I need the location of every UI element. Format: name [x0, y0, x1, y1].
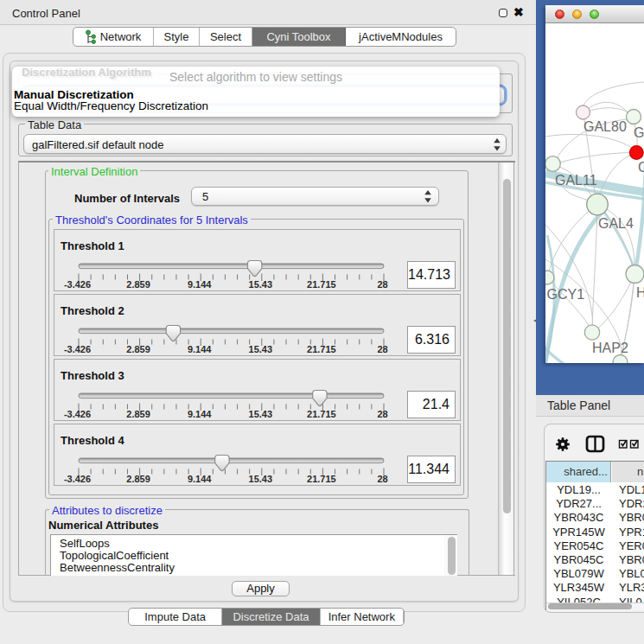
svg-text:2.859: 2.859: [126, 279, 150, 290]
svg-text:28: 28: [377, 474, 387, 484]
svg-text:15.43: 15.43: [249, 344, 273, 354]
svg-text:-3.426: -3.426: [64, 409, 91, 419]
svg-text:28: 28: [377, 279, 387, 290]
svg-text:15.43: 15.43: [249, 279, 273, 290]
svg-text:C: C: [638, 160, 644, 175]
svg-text:9.144: 9.144: [188, 474, 212, 484]
svg-text:15.43: 15.43: [249, 409, 273, 419]
svg-text:-3.426: -3.426: [64, 279, 91, 290]
svg-text:9.144: 9.144: [188, 344, 212, 354]
svg-text:28: 28: [377, 409, 387, 419]
svg-text:21.715: 21.715: [307, 279, 336, 290]
svg-text:21.715: 21.715: [307, 344, 336, 354]
svg-text:28: 28: [377, 344, 387, 354]
svg-text:GAL11: GAL11: [555, 173, 597, 188]
svg-text:-3.426: -3.426: [64, 344, 91, 354]
svg-text:GAL4: GAL4: [598, 216, 634, 231]
svg-text:9.144: 9.144: [188, 279, 212, 290]
svg-text:15.43: 15.43: [249, 474, 273, 484]
svg-text:H: H: [636, 285, 644, 300]
svg-text:21.715: 21.715: [307, 409, 336, 419]
svg-text:-3.426: -3.426: [64, 474, 91, 484]
svg-text:2.859: 2.859: [126, 409, 150, 419]
svg-text:2.859: 2.859: [126, 474, 150, 484]
svg-text:21.715: 21.715: [307, 474, 336, 484]
svg-text:2.859: 2.859: [126, 344, 150, 354]
svg-text:GAL80: GAL80: [583, 119, 627, 134]
svg-text:9.144: 9.144: [188, 409, 212, 419]
svg-text:GCY1: GCY1: [547, 287, 585, 302]
svg-text:HAP2: HAP2: [592, 341, 628, 355]
svg-text:GA: GA: [634, 125, 644, 140]
